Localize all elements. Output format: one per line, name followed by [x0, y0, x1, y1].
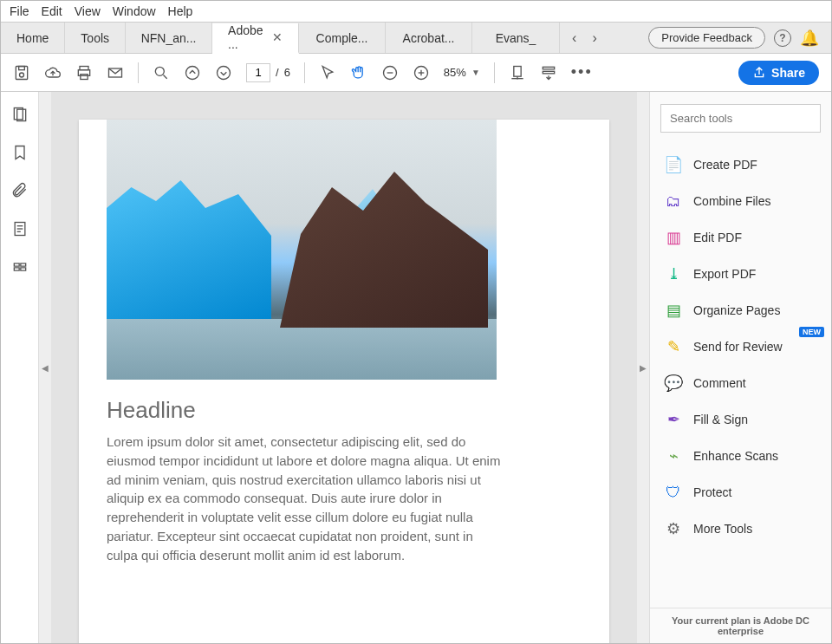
tool-export-pdf[interactable]: ⤓Export PDF: [653, 256, 828, 292]
page-indicator: / 6: [246, 63, 290, 82]
tool-label: Edit PDF: [693, 231, 742, 244]
tool-label: Organize Pages: [693, 303, 780, 317]
new-badge: NEW: [799, 327, 824, 337]
tool-more-tools[interactable]: ⚙More Tools: [653, 511, 828, 547]
left-nav-rail: [1, 92, 39, 643]
tool-create-pdf[interactable]: 📄Create PDF: [653, 146, 828, 183]
document-body-text: Lorem ipsum dolor sit amet, consectetur …: [107, 433, 505, 564]
right-panel-toggle[interactable]: ▶: [637, 92, 649, 643]
share-icon: [752, 66, 766, 80]
tool-label: Enhance Scans: [693, 449, 778, 463]
tool-icon: 📄: [664, 155, 683, 174]
tool-icon: ✎: [664, 337, 683, 356]
tool-icon: ⚙: [664, 519, 683, 538]
left-panel-toggle[interactable]: ◀: [39, 92, 51, 643]
svg-rect-1: [19, 66, 25, 69]
page-sep: /: [276, 66, 279, 79]
tool-label: Comment: [693, 376, 746, 390]
share-label: Share: [771, 66, 805, 80]
svg-point-10: [218, 66, 231, 79]
svg-rect-17: [543, 67, 554, 69]
svg-point-7: [155, 67, 164, 75]
fit-width-icon[interactable]: [509, 64, 526, 81]
search-icon[interactable]: [153, 64, 170, 81]
print-icon[interactable]: [75, 64, 93, 81]
page-current-input[interactable]: [246, 63, 270, 82]
save-icon[interactable]: [13, 64, 30, 81]
hand-tool-icon[interactable]: [350, 64, 367, 81]
menu-file[interactable]: File: [10, 4, 29, 18]
tab-home[interactable]: Home: [1, 23, 65, 53]
zoom-value[interactable]: 85%: [444, 66, 466, 79]
page-down-icon[interactable]: [215, 64, 232, 81]
attachment-icon[interactable]: [11, 182, 29, 199]
notifications-icon[interactable]: 🔔: [800, 29, 819, 48]
tool-enhance-scans[interactable]: ⌁Enhance Scans: [653, 438, 828, 474]
tool-list: 📄Create PDF🗂Combine Files▥Edit PDF⤓Expor…: [650, 141, 831, 608]
tool-fill-sign[interactable]: ✒Fill & Sign: [653, 401, 828, 438]
page-total: 6: [284, 66, 290, 79]
page-icon[interactable]: [11, 220, 29, 237]
tool-icon: ⌁: [664, 446, 683, 465]
tool-label: Protect: [693, 485, 731, 499]
tool-icon: ⤓: [664, 264, 683, 283]
tool-edit-pdf[interactable]: ▥Edit PDF: [653, 219, 828, 256]
tab-file-2[interactable]: Comple...: [299, 23, 386, 53]
tool-label: Combine Files: [693, 194, 770, 208]
tool-icon: ✒: [664, 410, 683, 429]
menu-edit[interactable]: Edit: [42, 4, 62, 18]
svg-line-8: [164, 75, 167, 78]
tab-tools[interactable]: Tools: [65, 23, 126, 53]
tab-file-0[interactable]: NFN_an...: [126, 23, 212, 53]
tab-nav-prev-icon[interactable]: ‹: [572, 30, 576, 46]
tool-icon: 💬: [664, 374, 683, 393]
more-tools-icon[interactable]: •••: [571, 63, 593, 81]
svg-rect-5: [81, 74, 88, 79]
tool-organize-pages[interactable]: ▤Organize Pages: [653, 292, 828, 329]
tool-comment[interactable]: 💬Comment: [653, 365, 828, 401]
document-headline: Headline: [107, 397, 609, 424]
tab-file-1[interactable]: Adobe ...✕: [212, 23, 299, 54]
menu-view[interactable]: View: [75, 4, 101, 18]
email-icon[interactable]: [107, 64, 124, 81]
cloud-upload-icon[interactable]: [44, 64, 62, 81]
tool-send-for-review[interactable]: ✎Send for ReviewNEW: [653, 329, 828, 365]
tool-icon: 🛡: [664, 483, 683, 502]
scroll-mode-icon[interactable]: [540, 64, 557, 81]
zoom-out-icon[interactable]: [381, 64, 399, 81]
zoom-in-icon[interactable]: [413, 64, 430, 81]
tab-bar: Home Tools NFN_an... Adobe ...✕ Comple..…: [1, 23, 831, 54]
tool-icon: ▥: [664, 228, 683, 247]
document-image: [107, 120, 497, 380]
tool-combine-files[interactable]: 🗂Combine Files: [653, 183, 828, 219]
plan-note: Your current plan is Adobe DC enterprise: [650, 608, 831, 643]
tool-protect[interactable]: 🛡Protect: [653, 474, 828, 511]
pdf-page: Headline Lorem ipsum dolor sit amet, con…: [79, 120, 609, 643]
tab-nav-next-icon[interactable]: ›: [592, 30, 596, 46]
search-tools-input[interactable]: [660, 104, 821, 133]
tool-label: Create PDF: [693, 158, 757, 172]
page-up-icon[interactable]: [184, 64, 201, 81]
tab-file-3[interactable]: Acrobat...: [386, 23, 472, 53]
provide-feedback-button[interactable]: Provide Feedback: [648, 27, 765, 49]
tab-file-4[interactable]: Evans_: [472, 23, 559, 53]
toolbar: / 6 85% ▼ ••• Share: [1, 54, 831, 92]
bookmark-icon[interactable]: [11, 144, 29, 161]
share-button[interactable]: Share: [738, 61, 819, 85]
svg-point-2: [20, 73, 24, 77]
main-area: ◀ Headline Lorem ipsum dolor sit amet, c…: [1, 92, 831, 643]
tool-label: More Tools: [693, 522, 752, 536]
svg-rect-16: [514, 66, 521, 76]
svg-rect-18: [543, 71, 554, 74]
zoom-dropdown-icon[interactable]: ▼: [471, 68, 480, 77]
select-tool-icon[interactable]: [319, 64, 336, 81]
tool-label: Fill & Sign: [693, 413, 748, 426]
tools-panel: 📄Create PDF🗂Combine Files▥Edit PDF⤓Expor…: [649, 92, 831, 643]
menu-window[interactable]: Window: [113, 4, 156, 18]
thumbnails-icon[interactable]: [11, 106, 29, 123]
tool-label: Export PDF: [693, 267, 756, 281]
help-icon[interactable]: ?: [774, 29, 791, 47]
layers-icon[interactable]: [11, 258, 29, 276]
menu-help[interactable]: Help: [168, 4, 193, 18]
tab-close-icon[interactable]: ✕: [272, 30, 283, 44]
